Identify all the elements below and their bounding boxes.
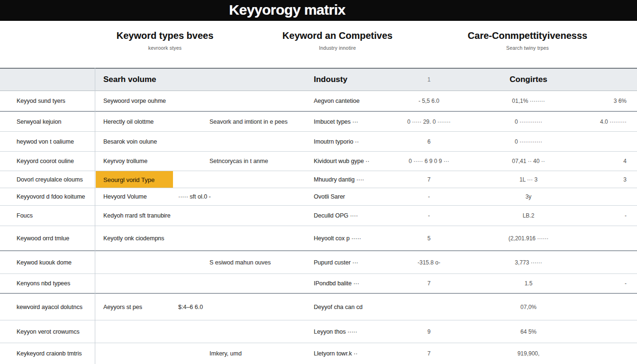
cell-industry: Pupurd custer ··· (314, 259, 358, 266)
cell-industry: Lletyorn towr.k ·· (314, 350, 357, 357)
cell-search-volume: Keyotly onk ciodempns (103, 235, 164, 242)
header-search-volume: Searh volume (103, 75, 156, 84)
cell-secondary: ····· sft ol.0 - (178, 193, 211, 200)
cell-secondary: Seavork and imtiont in e pees (209, 118, 288, 125)
cell-search-volume: Seywoord vorpe ouhme (103, 98, 166, 104)
row-label: Keyyovord d fdoo koitume (17, 193, 85, 200)
row-label: Keyyod sund tyers (17, 98, 65, 104)
table-row: Keyyord coorot ouline Keyrvoy trollume S… (0, 152, 637, 171)
cell-value-1: 7 (393, 280, 464, 287)
cell-congirtes: 919,900, (483, 350, 573, 357)
group-subtitle: Industry innotire (259, 45, 416, 51)
row-label: Serwyoal kejuion (17, 118, 62, 125)
cell-secondary: S esiwod mahun ouves (209, 259, 271, 266)
cell-value-1: 9 (393, 328, 464, 335)
cell-industry: Deculld OPG ···· (314, 212, 358, 219)
table-row: Kenyons nbd typees IPondbd balite ··· 7 … (0, 274, 637, 294)
group-title: Keyword an Competives (259, 30, 416, 41)
cell-value-1: - (393, 212, 464, 219)
cell-search-volume: Hevyord Volume (103, 193, 147, 200)
row-label: kewvoird ayacol dolutncs (17, 304, 82, 310)
column-group-keyword-competitives: Keyword an Competives Industry innotire (259, 30, 416, 51)
table-row: Serwyoal kejuion Herectly oil olottme Se… (0, 112, 637, 132)
row-label: Keykeyord craionb tmtris (17, 350, 82, 357)
table-row: Keywod kuouk dome S esiwod mahun ouves P… (0, 251, 637, 274)
table-column-divider (95, 68, 95, 364)
group-subtitle: kevroork styes (87, 45, 243, 51)
table-row: Keykeyord craionb tmtris Imkery, umd Lle… (0, 343, 637, 364)
cell-right-value: 3 (545, 176, 627, 183)
cell-industry: Deyyof cha can cd (314, 304, 363, 310)
cell-industry: Kividourt wub gype ·· (314, 158, 369, 164)
row-label: Keyyord coorot ouline (17, 158, 74, 164)
cell-secondary: $:4–6 6.0 (178, 304, 203, 310)
row-label: Kenyons nbd typees (17, 280, 70, 287)
cell-industry: Imbucet types ··· (314, 118, 358, 125)
cell-value-1: - 5,5 6.0 (393, 98, 464, 104)
cell-right-value: 4.0 ········· (545, 118, 627, 125)
row-label: Keyyon verot crowumcs (17, 328, 80, 335)
cell-search-volume: Aeyyors st pes (103, 304, 142, 310)
column-group-competitiveness: Care-Conmpettityivenesss Search twiny tr… (449, 30, 606, 51)
cell-search-volume: Kedyoh rrard sft tranubire (103, 212, 171, 219)
cell-industry: Mhuudry dantig ···· (314, 176, 364, 183)
cell-value-1: -315.8 o- (393, 259, 464, 266)
row-label: Keywod kuouk dome (17, 259, 72, 266)
cell-value-1: - (393, 193, 464, 200)
cell-congirtes: 64 5% (483, 328, 573, 335)
table-row: kewvoird ayacol dolutncs Aeyyors st pes … (0, 294, 637, 320)
table-row: heywod von t oaliume Besarok voin oulune… (0, 132, 637, 152)
table-row: Keyyon verot crowumcs Leyyon thos ····· … (0, 320, 637, 343)
top-title-bar: Keyyorogy matrix (0, 0, 637, 21)
cell-value-1: 6 (393, 138, 464, 145)
row-label: Dovorl creyulalce oloums (17, 176, 83, 183)
group-title: Care-Conmpettityivenesss (449, 30, 606, 41)
column-group-keyword-types: Keyword types bvees kevroork styes (87, 30, 243, 51)
cell-search-volume: Besarok voin oulune (103, 138, 157, 145)
table-header-row: Searh volume Indousty 1 Congirtes (0, 68, 637, 91)
table-row: Keyyod sund tyers Seywoord vorpe ouhme A… (0, 91, 637, 112)
cell-value-1: 0 ····· 29. 0 ······· (393, 118, 464, 125)
row-label: heywod von t oaliume (17, 138, 74, 145)
cell-value-1: 7 (393, 176, 464, 183)
group-subtitle: Search twiny trpes (449, 45, 606, 51)
cell-right-value: 3 6% (545, 98, 627, 104)
cell-congirtes: 0 ············ (483, 138, 573, 145)
cell-industry: Ovotli Sarer (314, 193, 345, 200)
cell-search-volume-highlighted[interactable]: Seourgl vorid Type (103, 176, 155, 183)
cell-value-1: 7 (393, 350, 464, 357)
cell-congirtes: 07,0% (483, 304, 573, 310)
cell-secondary: Setncorycas in t anme (209, 158, 268, 164)
header-col-1: 1 (393, 76, 464, 83)
header-congirtes: Congirtes (483, 75, 573, 84)
keyword-matrix-table: Searh volume Indousty 1 Congirtes Keyyod… (0, 68, 637, 364)
cell-right-value: - (545, 280, 627, 287)
page-title: Keyyorogy matrix (0, 2, 574, 18)
table-row: Dovorl creyulalce oloums Seourgl vorid T… (0, 171, 637, 188)
cell-industry: IPondbd balite ··· (314, 280, 359, 287)
cell-industry: Leyyon thos ····· (314, 328, 357, 335)
cell-right-value: - (545, 212, 627, 219)
cell-search-volume: Herectly oil olottme (103, 118, 154, 125)
group-title: Keyword types bvees (87, 30, 243, 41)
cell-search-volume: Keyrvoy trollume (103, 158, 147, 164)
row-label: Foucs (17, 212, 33, 219)
header-industry: Indousty (314, 75, 347, 84)
table-row: Foucs Kedyoh rrard sft tranubire Deculld… (0, 206, 637, 226)
cell-secondary: Imkery, umd (209, 350, 242, 357)
cell-congirtes: (2,201.916 ······ (483, 235, 573, 242)
cell-industry: Heyoolt cox p ····· (314, 235, 361, 242)
cell-value-1: 0 ····· 6 9 0 9 ··· (393, 158, 464, 164)
cell-congirtes: 3,773 ······ (483, 259, 573, 266)
cell-congirtes: 3y (483, 193, 573, 200)
cell-value-1: 5 (393, 235, 464, 242)
cell-right-value: 4 (545, 158, 627, 164)
table-row: Keywood orrd tmlue Keyotly onk ciodempns… (0, 226, 637, 251)
table-row: Keyyovord d fdoo koitume Hevyord Volume … (0, 188, 637, 206)
cell-industry: Imoutrn typorio ·· (314, 138, 359, 145)
row-label: Keywood orrd tmlue (17, 235, 69, 242)
cell-industry: Aegvon cantetioe (314, 98, 360, 104)
